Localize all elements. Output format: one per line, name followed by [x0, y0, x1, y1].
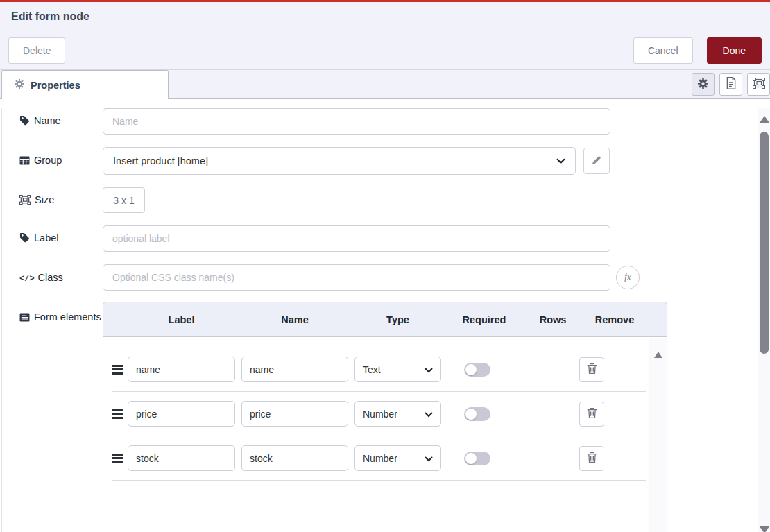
gear-icon — [698, 78, 708, 91]
field-row-form-elements: Form elements Label Name Type Required R… — [19, 302, 770, 532]
element-type-value: Text — [363, 364, 381, 375]
properties-panel: Name Group Insert product [home] Size — [0, 108, 770, 532]
table-icon — [19, 156, 30, 167]
cancel-button[interactable]: Cancel — [633, 37, 693, 64]
required-toggle[interactable] — [464, 452, 490, 465]
field-row-label: Label — [19, 225, 770, 252]
group-field-label: Group — [19, 155, 103, 167]
tag-icon — [19, 232, 30, 245]
element-label-input[interactable] — [128, 445, 235, 471]
scroll-up-arrow[interactable] — [654, 352, 662, 358]
table-scrollbar[interactable] — [649, 338, 667, 532]
column-header-required: Required — [445, 314, 523, 325]
scrollbar-thumb[interactable] — [760, 132, 769, 354]
column-header-type: Type — [354, 314, 441, 325]
scroll-down-arrow[interactable] — [760, 526, 769, 532]
name-input[interactable] — [103, 108, 610, 135]
panel-scrollbar[interactable] — [758, 108, 770, 532]
column-header-remove: Remove — [583, 314, 647, 325]
chevron-down-icon — [425, 453, 433, 464]
required-toggle[interactable] — [464, 407, 490, 421]
form-elements-table: Label Name Type Required Rows Remove Tex… — [103, 302, 667, 532]
form-element-row: Text — [112, 347, 646, 392]
group-select[interactable]: Insert product [home] — [103, 147, 576, 175]
element-name-input[interactable] — [241, 357, 348, 382]
field-row-size: Size 3 x 1 — [19, 187, 770, 213]
element-type-select[interactable]: Number — [354, 445, 441, 471]
drag-handle-icon[interactable] — [112, 452, 128, 465]
remove-row-button[interactable] — [579, 357, 604, 382]
tab-properties-label: Properties — [31, 80, 80, 91]
label-input[interactable] — [103, 225, 610, 252]
dialog-header: Edit form node — [0, 2, 770, 31]
chevron-down-icon — [556, 155, 565, 166]
field-row-name: Name — [19, 108, 770, 135]
trash-icon — [587, 452, 597, 465]
column-header-rows: Rows — [523, 314, 583, 325]
element-label-input[interactable] — [128, 357, 235, 382]
form-element-row: Number — [112, 392, 646, 436]
column-header-name: Name — [241, 314, 348, 325]
element-type-select[interactable]: Number — [354, 401, 441, 427]
element-label-input[interactable] — [128, 401, 235, 427]
element-type-select[interactable]: Text — [354, 357, 441, 382]
class-input[interactable] — [103, 264, 610, 291]
required-toggle[interactable] — [464, 363, 490, 377]
chevron-down-icon — [425, 364, 433, 375]
drag-handle-icon[interactable] — [112, 363, 128, 376]
editor-tab-tools — [692, 70, 770, 99]
drag-handle-icon[interactable] — [112, 407, 128, 420]
pencil-icon — [592, 155, 601, 167]
size-button[interactable]: 3 x 1 — [103, 187, 145, 213]
group-select-value: Insert product [home] — [113, 155, 208, 166]
element-type-value: Number — [363, 409, 397, 420]
tab-properties[interactable]: Properties — [1, 70, 169, 99]
element-name-input[interactable] — [241, 445, 348, 471]
gear-icon — [15, 79, 24, 91]
element-type-value: Number — [363, 453, 397, 464]
done-button[interactable]: Done — [707, 37, 762, 64]
dialog-toolbar: Delete Cancel Done — [0, 31, 770, 70]
form-elements-rows: Text Number — [103, 337, 667, 481]
delete-button[interactable]: Delete — [8, 37, 65, 64]
trash-icon — [587, 363, 597, 377]
object-group-icon — [753, 78, 765, 91]
edit-group-button[interactable] — [583, 148, 610, 174]
chevron-down-icon — [425, 409, 433, 420]
label-field-label: Label — [19, 232, 103, 245]
form-elements-table-header: Label Name Type Required Rows Remove — [103, 302, 667, 337]
field-row-group: Group Insert product [home] — [19, 147, 770, 175]
remove-row-button[interactable] — [579, 402, 604, 427]
expression-button[interactable]: fx — [616, 266, 640, 289]
field-row-class: </>Class fx — [19, 264, 770, 291]
form-elements-label: Form elements — [19, 302, 103, 327]
class-field-label: </>Class — [19, 272, 103, 284]
code-icon: </> — [19, 274, 35, 284]
form-element-row: Number — [112, 436, 646, 481]
object-group-icon — [19, 195, 31, 207]
scroll-up-arrow[interactable] — [760, 116, 769, 123]
dialog-title: Edit form node — [11, 10, 89, 23]
tab-bar: Properties — [0, 70, 770, 99]
tag-icon — [19, 115, 30, 128]
properties-toggle-button[interactable] — [692, 73, 715, 96]
list-alt-icon — [19, 310, 30, 327]
description-toggle-button[interactable] — [719, 73, 742, 96]
remove-row-button[interactable] — [579, 446, 604, 471]
size-field-label: Size — [19, 194, 103, 207]
trash-icon — [587, 407, 597, 421]
column-header-label: Label — [128, 314, 235, 325]
name-field-label: Name — [19, 115, 103, 128]
appearance-toggle-button[interactable] — [747, 73, 770, 96]
document-icon — [726, 77, 737, 92]
element-name-input[interactable] — [241, 401, 348, 427]
